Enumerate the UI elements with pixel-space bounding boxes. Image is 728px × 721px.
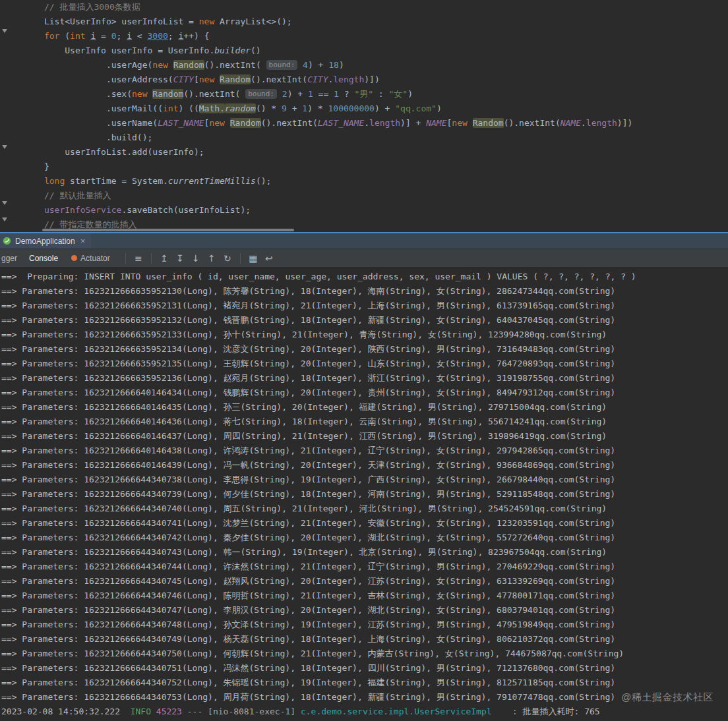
console-line: ==> Parameters: 1623212666635952133(Long… [0, 328, 728, 342]
code-line: .userAge(new Random().nextInt( bound: 4)… [0, 58, 728, 72]
ide-window: // 批量插入3000条数据 List<UserInfo> userInfoLi… [0, 0, 728, 721]
code-editor[interactable]: // 批量插入3000条数据 List<UserInfo> userInfoLi… [0, 0, 728, 232]
code-line: UserInfo userInfo = UserInfo.builder() [0, 43, 728, 58]
tab-actuator[interactable]: Actuator [65, 254, 117, 263]
code-line: for (int i = 0; i < 3000; i++) { [0, 29, 728, 43]
console-line: ==> Parameters: 1623212666644340753(Long… [0, 690, 728, 705]
watermark: @稀土掘金技术社区 [621, 691, 713, 704]
toolbar-separator [125, 253, 126, 264]
console-line: ==> Parameters: 1623212666635952134(Long… [0, 342, 728, 357]
console-line: ==> Parameters: 1623212666644340740(Long… [0, 502, 728, 516]
fold-marker-icon[interactable] [2, 201, 7, 205]
grid-icon[interactable]: ▦ [245, 253, 261, 264]
console-line: ==> Parameters: 1623212666644340747(Long… [0, 603, 728, 618]
spring-boot-run-icon [3, 237, 11, 245]
actuator-icon [71, 255, 77, 261]
code-line: .userAddress(CITY[new Random().nextInt(C… [0, 72, 728, 87]
fold-marker-icon[interactable] [2, 145, 7, 149]
toolbar-separator [240, 253, 241, 264]
scroll-to-top-icon[interactable]: ↥ [156, 253, 172, 264]
run-tab-label: DemoApplication [15, 237, 75, 246]
console-toolbar-icons: ≡↥↧↓↑↻▦↩ [121, 253, 277, 264]
console-line: ==> Parameters: 1623212666644340750(Long… [0, 647, 728, 661]
console-line: ==> Parameters: 1623212666644340751(Long… [0, 661, 728, 676]
tab-console[interactable]: Console [22, 254, 65, 263]
console-line: ==> Parameters: 1623212666644340749(Long… [0, 632, 728, 647]
fold-marker-icon[interactable] [2, 29, 7, 33]
code-line: long startTime = System.currentTimeMilli… [0, 174, 728, 188]
code-line: .build(); [0, 130, 728, 145]
code-line: .sex(new Random().nextInt( bound: 2) + 1… [0, 87, 728, 101]
console-line: ==> Parameters: 1623212666635952131(Long… [0, 299, 728, 313]
console-output[interactable]: ==> Preparing: INSERT INTO user_info ( i… [0, 268, 728, 721]
code-lines: // 批量插入3000条数据 List<UserInfo> userInfoLi… [0, 0, 728, 232]
menu-icon[interactable]: ≡ [131, 253, 146, 264]
console-line: ==> Parameters: 1623212666635952135(Long… [0, 357, 728, 371]
run-tool-window-header: DemoApplication × [0, 232, 728, 249]
console-line: ==> Parameters: 1623212666644340745(Long… [0, 574, 728, 589]
code-line: .userName(LAST_NAME[new Random().nextInt… [0, 116, 728, 130]
run-tab-demoapplication[interactable]: DemoApplication × [0, 233, 91, 248]
console-line: ==> Parameters: 1623212666640146437(Long… [0, 429, 728, 444]
console-line: ==> Parameters: 1623212666635952136(Long… [0, 371, 728, 386]
console-line: ==> Parameters: 1623212666644340752(Long… [0, 676, 728, 690]
console-line: ==> Parameters: 1623212666644340741(Long… [0, 516, 728, 531]
rerun-icon[interactable]: ↻ [220, 253, 235, 264]
code-line: userInfoService.saveBatch(userInfoList); [0, 203, 728, 217]
move-down-icon[interactable]: ↓ [188, 253, 204, 264]
console-line: ==> Parameters: 1623212666644340743(Long… [0, 545, 728, 560]
console-line: ==> Parameters: 1623212666644340742(Long… [0, 531, 728, 545]
console-line: ==> Parameters: 1623212666635952130(Long… [0, 284, 728, 299]
close-icon[interactable]: × [80, 236, 86, 246]
code-line: .userMail((int) ((Math.random() * 9 + 1)… [0, 101, 728, 116]
editor-gutter [0, 0, 11, 232]
console-line: ==> Parameters: 1623212666640146439(Long… [0, 458, 728, 473]
fold-marker-icon[interactable] [2, 217, 7, 221]
horizontal-scrollbar-thumb[interactable] [42, 229, 294, 231]
code-line: } [0, 159, 728, 174]
console-line: ==> Parameters: 1623212666644340739(Long… [0, 487, 728, 502]
code-line: List<UserInfo> userInfoList = new ArrayL… [0, 14, 728, 29]
tab-debugger[interactable]: gger [0, 254, 22, 263]
soft-wrap-icon[interactable]: ↩ [261, 253, 277, 264]
console-line: ==> Preparing: INSERT INTO user_info ( i… [0, 270, 728, 284]
toolbar-separator [151, 253, 152, 264]
console-line: ==> Parameters: 1623212666640146435(Long… [0, 400, 728, 415]
console-line: ==> Parameters: 1623212666640146438(Long… [0, 444, 728, 458]
tab-actuator-label: Actuator [80, 254, 110, 263]
console-line: ==> Parameters: 1623212666644340746(Long… [0, 589, 728, 603]
code-line: // 默认批量插入 [0, 188, 728, 203]
console-line: ==> Parameters: 1623212666644340738(Long… [0, 473, 728, 487]
log-line: 2023-02-08 14:50:32.222 INFO 45223 --- [… [0, 705, 728, 719]
console-line: ==> Parameters: 1623212666644340744(Long… [0, 560, 728, 574]
console-line: ==> Parameters: 1623212666640146434(Long… [0, 386, 728, 400]
code-line: userInfoList.add(userInfo); [0, 145, 728, 159]
console-line: ==> Parameters: 1623212666635952132(Long… [0, 313, 728, 328]
console-lines: ==> Preparing: INSERT INTO user_info ( i… [0, 270, 728, 705]
console-line: ==> Parameters: 1623212666644340748(Long… [0, 618, 728, 632]
move-up-icon[interactable]: ↑ [204, 253, 220, 264]
code-line: // 批量插入3000条数据 [0, 0, 728, 14]
console-line: ==> Parameters: 1623212666640146436(Long… [0, 415, 728, 429]
console-toolbar: gger Console Actuator ≡↥↧↓↑↻▦↩ [0, 249, 728, 268]
scroll-to-bottom-icon[interactable]: ↧ [172, 253, 188, 264]
